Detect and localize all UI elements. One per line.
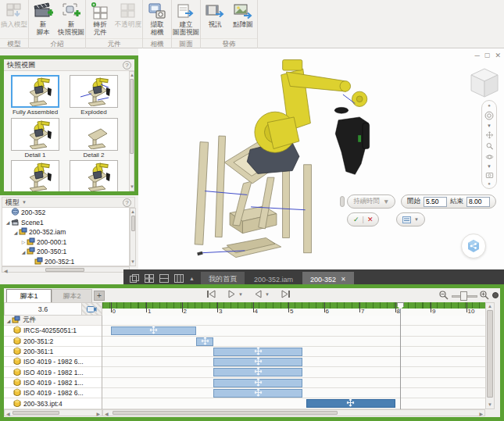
timeline-zoom-slider-handle[interactable] <box>460 291 467 301</box>
ribbon-button[interactable]: 插入模型 <box>0 2 28 28</box>
snapshot-thumbnail-assembled[interactable] <box>11 75 59 108</box>
snapshot-view-item[interactable]: Fully Assembled <box>8 75 63 116</box>
tree-item[interactable]: 200-352 <box>2 208 129 218</box>
look-at-icon[interactable] <box>484 172 495 178</box>
zoom-in-timeline-icon[interactable] <box>479 290 489 300</box>
timeline-component-row[interactable]: ISO 4019 - 1982 1... <box>4 378 102 388</box>
snapshot-thumbnail-detail2[interactable] <box>70 118 118 151</box>
snapshot-view-item[interactable]: Detail 2 <box>66 118 121 159</box>
start-value-input[interactable] <box>424 197 447 207</box>
split-horizontal-icon[interactable] <box>159 274 169 283</box>
skip-to-start-icon[interactable] <box>206 290 216 298</box>
play-forward-icon[interactable] <box>227 290 236 298</box>
storyboard-tab[interactable]: 腳本1 <box>6 289 52 302</box>
tree-item[interactable]: ◢200-352.iam <box>2 227 129 237</box>
snapshot-view-item[interactable]: Exploded <box>66 75 121 116</box>
timeline-component-row[interactable]: 200-361:1 <box>4 347 102 357</box>
ribbon-button[interactable]: 建立圖面視圖 <box>172 2 200 36</box>
chevron-down-icon[interactable]: ▼ <box>238 292 243 297</box>
snapshot-panel-scrollbar[interactable]: ▲ ▼ <box>129 71 134 191</box>
track-row[interactable] <box>102 357 485 367</box>
viewcube[interactable] <box>466 66 502 102</box>
close-tab-icon[interactable]: ✕ <box>341 276 346 283</box>
ribbon-button[interactable]: 新腳本 <box>29 2 57 36</box>
model-tree-vertical-scrollbar[interactable]: ▲ ▼ <box>130 208 136 266</box>
3d-viewport[interactable]: ─ ▢ ✕ <box>138 48 504 269</box>
zoom-icon[interactable] <box>484 142 495 150</box>
snapshot-thumbnail-detail4[interactable] <box>70 160 118 191</box>
tree-item[interactable]: ▷200-000:1 <box>2 237 129 248</box>
skip-to-end-icon[interactable] <box>281 290 291 298</box>
chevron-down-icon[interactable]: ▼ <box>487 164 491 169</box>
track-row[interactable] <box>102 337 485 347</box>
timeline-ruler[interactable]: 012345678910 <box>102 302 485 316</box>
chevron-down-icon[interactable]: ▼ <box>487 123 491 128</box>
orbit-icon[interactable] <box>484 153 495 161</box>
snapshot-thumbnail-exploded[interactable] <box>70 75 118 108</box>
cascade-windows-icon[interactable] <box>130 274 139 283</box>
cancel-icon[interactable]: ✕ <box>367 216 374 223</box>
timeline-component-row[interactable]: ISO 4019 - 1982 6... <box>4 388 102 398</box>
ribbon-button[interactable]: 新快照視圖 <box>57 2 85 36</box>
camera-track-button[interactable] <box>82 302 102 316</box>
split-vertical-icon[interactable] <box>174 274 184 283</box>
tweak-duration-bar[interactable] <box>213 389 302 398</box>
ribbon-button[interactable]: 點陣圖 <box>229 2 257 28</box>
snapshot-view-item[interactable]: Detail 1 <box>8 118 63 159</box>
timeline-component-row[interactable]: 200-351:2 <box>4 337 102 347</box>
snapshot-thumbnail-detail3[interactable] <box>11 160 59 191</box>
timeline-filter-button[interactable] <box>492 292 499 298</box>
pan-icon[interactable] <box>484 131 495 139</box>
minimize-icon[interactable]: ─ <box>475 52 480 59</box>
tweak-duration-bar[interactable] <box>213 368 302 376</box>
expanded-arrow-icon[interactable]: ◢ <box>5 318 12 323</box>
track-row[interactable] <box>102 347 485 357</box>
tweak-duration-bar[interactable] <box>213 348 302 356</box>
model-tree-horizontal-scrollbar[interactable]: ◀ ▶ <box>2 266 130 273</box>
play-reverse-icon[interactable] <box>254 290 263 298</box>
restore-icon[interactable]: ▢ <box>484 52 491 59</box>
gear-icon[interactable]: ● <box>488 103 491 108</box>
chevron-down-icon[interactable]: ▼ <box>265 292 270 297</box>
timeline-component-row[interactable]: IRCS-40255051:1 <box>4 326 102 336</box>
snapshot-view-item[interactable] <box>66 160 121 191</box>
mini-toolbar-grip[interactable] <box>340 196 345 207</box>
duration-dropdown[interactable]: 持續時間 ▼ <box>347 194 395 209</box>
snapshot-view-item[interactable] <box>8 160 63 191</box>
full-navigation-wheel-icon[interactable] <box>483 111 495 120</box>
storyboard-tab[interactable]: 腳本2 <box>52 289 92 302</box>
track-row[interactable] <box>102 378 485 388</box>
shared-views-button[interactable] <box>461 234 486 259</box>
help-icon[interactable]: ? <box>123 61 131 70</box>
chevron-down-icon[interactable]: ▼ <box>22 200 27 205</box>
options-dropdown-button[interactable]: ▼ <box>396 212 425 227</box>
check-icon[interactable]: ✓ <box>353 216 359 223</box>
help-icon[interactable]: ? <box>123 198 131 207</box>
expanded-arrow-icon[interactable]: ◢ <box>13 230 19 235</box>
timeline-component-row[interactable]: 200-363.ipt:4 <box>4 398 102 409</box>
ribbon-button[interactable]: 視訊 <box>201 2 229 28</box>
track-row[interactable] <box>102 367 485 377</box>
components-header-row[interactable]: ◢元件 <box>4 316 102 326</box>
zoom-out-timeline-icon[interactable] <box>438 290 449 300</box>
add-storyboard-button[interactable]: + <box>94 291 105 301</box>
timeline-component-row[interactable]: ISO 4019 - 1982 6... <box>4 357 102 367</box>
names-horizontal-scrollbar[interactable]: ◀ ▶ <box>4 409 102 416</box>
timeline-vertical-scrollbar[interactable]: ▲ ▼ <box>485 302 495 409</box>
collapse-panel-icon[interactable]: ▲ <box>189 276 195 281</box>
track-row[interactable] <box>102 398 485 409</box>
end-value-input[interactable] <box>466 197 490 207</box>
expanded-arrow-icon[interactable]: ◢ <box>5 219 11 225</box>
snapshot-thumbnail-detail1[interactable] <box>11 118 59 151</box>
close-icon[interactable]: ✕ <box>495 52 501 59</box>
ribbon-button[interactable]: 不透明度 <box>114 2 142 28</box>
tile-windows-icon[interactable] <box>145 274 154 283</box>
expanded-arrow-icon[interactable]: ◢ <box>20 249 27 255</box>
tweak-duration-bar[interactable] <box>111 326 196 335</box>
track-row[interactable] <box>102 388 485 398</box>
tree-item[interactable]: ◢200-350:1 <box>2 247 129 257</box>
tweak-duration-bar[interactable] <box>196 337 214 346</box>
tweak-duration-bar[interactable] <box>306 399 395 408</box>
track-horizontal-scrollbar[interactable]: ◀ ▶ <box>102 409 485 416</box>
ribbon-button[interactable]: 擷取相機 <box>143 2 171 36</box>
